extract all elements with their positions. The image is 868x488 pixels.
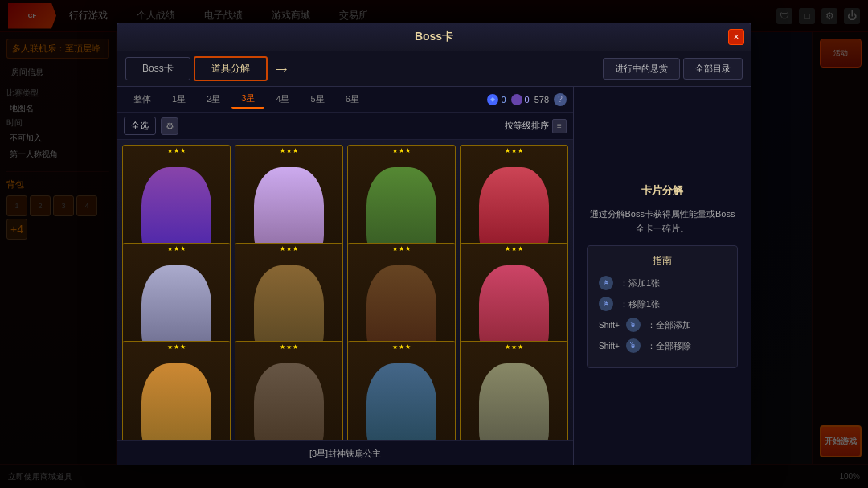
- mouse-shift-left-icon: 🖱: [626, 318, 641, 332]
- modal-title: Boss卡: [415, 30, 453, 44]
- card-toolbar: 全选 ⚙ 按等级排序 ≡: [117, 113, 573, 140]
- shift-remove-modifier: Shift+: [599, 342, 620, 351]
- card-stars: ★ ★ ★: [235, 147, 342, 154]
- card-panel: 整体 1星 2星 3星 4星 5星 6星 ◆ 0 0: [117, 87, 574, 465]
- mouse-right-icon: 🖱: [599, 297, 613, 311]
- filter-4star[interactable]: 4星: [266, 91, 299, 108]
- point-value: 578: [534, 95, 549, 105]
- card-stars: ★ ★ ★: [235, 245, 342, 252]
- card-stars: ★ ★ ★: [348, 245, 455, 252]
- guide-title: 指南: [599, 254, 726, 268]
- card-image: [235, 351, 342, 440]
- card-stars: ★ ★ ★: [461, 343, 567, 351]
- settings-button[interactable]: ⚙: [161, 117, 178, 135]
- modal-tabs: Boss卡 道具分解 ← 进行中的悬赏 全部目录: [117, 51, 751, 87]
- mouse-shift-right-icon: 🖱: [626, 338, 641, 353]
- crystal-icon: [511, 94, 522, 105]
- card-stars: ★ ★ ★: [235, 343, 342, 351]
- filter-3star[interactable]: 3星: [231, 90, 264, 109]
- card-item[interactable]: ★ ★ ★ ⚖ 2 ⚡: [122, 341, 231, 440]
- card-image: [348, 351, 455, 440]
- tab-right-buttons: 进行中的悬赏 全部目录: [603, 58, 743, 80]
- filter-1star[interactable]: 1星: [162, 91, 195, 108]
- guide-remove-label: ：移除1张: [620, 298, 660, 310]
- modal-header: Boss卡 ×: [117, 23, 751, 51]
- card-item[interactable]: ★ ★ ★ ⚖ 1: [235, 341, 343, 440]
- tab-boss-card[interactable]: Boss卡: [125, 57, 190, 80]
- boss-card-modal: Boss卡 × Boss卡 道具分解 ← 进行中的悬赏 全部目录 整体 1星 2…: [117, 23, 751, 465]
- guide-item-remove: 🖱 ：移除1张: [599, 297, 726, 311]
- tab-ongoing-btn[interactable]: 进行中的悬赏: [603, 58, 680, 80]
- modal-body: 整体 1星 2星 3星 4星 5星 6星 ◆ 0 0: [117, 87, 751, 465]
- select-all-button[interactable]: 全选: [124, 117, 156, 135]
- card-stars: ★ ★ ★: [348, 343, 455, 351]
- filter-5star[interactable]: 5星: [301, 91, 334, 108]
- info-main: 卡片分解 通过分解Boss卡获得属性能量或Boss全卡一碎片。 指南 🖱 ：添加…: [574, 87, 751, 465]
- guide-remove-all-label: ：全部移除: [647, 340, 691, 352]
- guide-item-add: 🖱 ：添加1张: [599, 276, 726, 290]
- card-stars: ★ ★ ★: [123, 147, 230, 154]
- card-stars: ★ ★ ★: [123, 245, 230, 252]
- modal-close-button[interactable]: ×: [728, 29, 744, 45]
- decompose-description: 通过分解Boss卡获得属性能量或Boss全卡一碎片。: [587, 207, 738, 236]
- help-icon[interactable]: ?: [554, 93, 567, 106]
- tab-arrow-indicator: ←: [272, 59, 290, 80]
- resource-counts: ◆ 0 0 578 ?: [487, 93, 567, 106]
- filter-6star[interactable]: 6星: [336, 91, 369, 108]
- guide-section: 指南 🖱 ：添加1张 🖱 ：移除1张 Shift+ 🖱 ：全部添加: [587, 245, 738, 368]
- sort-select: 按等级排序 ≡: [505, 119, 567, 133]
- tab-catalog-btn[interactable]: 全部目录: [683, 58, 743, 80]
- shift-add-modifier: Shift+: [599, 321, 620, 330]
- info-panel: 卡片分解 通过分解Boss卡获得属性能量或Boss全卡一碎片。 指南 🖱 ：添加…: [574, 87, 751, 465]
- modal-footer: [3星]封神铁扇公主: [117, 440, 573, 465]
- card-item[interactable]: ★ ★ ★ ⚖ 0 💠: [460, 341, 568, 440]
- card-image: [123, 351, 230, 440]
- card-image: [461, 351, 567, 440]
- guide-add-label: ：添加1张: [620, 277, 660, 289]
- crystal-value: 0: [525, 95, 530, 105]
- card-stars: ★ ★ ★: [461, 147, 567, 154]
- card-item[interactable]: ★ ★ ★: [347, 341, 456, 440]
- guide-item-add-all: Shift+ 🖱 ：全部添加: [599, 318, 726, 332]
- card-stars: ★ ★ ★: [123, 343, 230, 351]
- gem-icon: ◆: [487, 94, 498, 105]
- filter-all[interactable]: 整体: [124, 91, 161, 108]
- decompose-title: 卡片分解: [641, 183, 683, 198]
- sort-icon[interactable]: ≡: [552, 119, 567, 133]
- card-stars: ★ ★ ★: [348, 147, 455, 154]
- card-stars: ★ ★ ★: [461, 245, 567, 252]
- gem-value: 0: [501, 95, 506, 105]
- footer-card-label: [3星]封神铁扇公主: [309, 449, 381, 458]
- guide-item-remove-all: Shift+ 🖱 ：全部移除: [599, 338, 726, 353]
- mouse-left-icon: 🖱: [599, 276, 613, 290]
- sort-label: 按等级排序: [505, 120, 549, 132]
- filter-2star[interactable]: 2星: [197, 91, 230, 108]
- crystal-count: 0: [511, 94, 530, 105]
- gem-count: ◆ 0: [487, 94, 506, 105]
- cards-grid: ★ ★ ★ ⚖ ★ ★ ★: [117, 140, 573, 440]
- tab-card-decompose[interactable]: 道具分解: [194, 56, 268, 81]
- star-filter-bar: 整体 1星 2星 3星 4星 5星 6星 ◆ 0 0: [117, 87, 573, 113]
- modal-overlay: Boss卡 × Boss卡 道具分解 ← 进行中的悬赏 全部目录 整体 1星 2…: [0, 0, 868, 488]
- guide-add-all-label: ：全部添加: [647, 319, 691, 331]
